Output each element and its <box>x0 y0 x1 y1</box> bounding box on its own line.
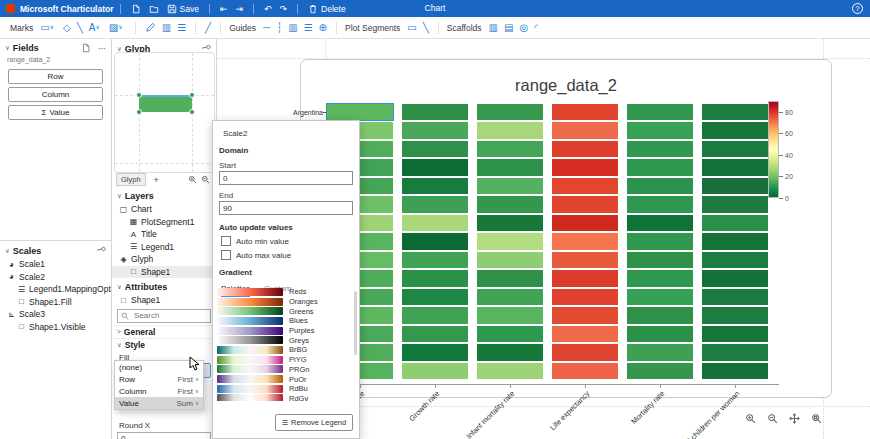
palette-row[interactable]: RdBu <box>217 384 353 394</box>
heatmap-cell[interactable] <box>702 141 768 158</box>
heatmap-cell[interactable] <box>477 326 543 343</box>
heatmap-cell[interactable] <box>702 289 768 306</box>
palette-row[interactable]: PRGn <box>217 365 353 375</box>
heatmap-cell[interactable] <box>627 363 693 380</box>
heatmap-cell[interactable] <box>477 344 543 361</box>
heatmap-cell[interactable] <box>702 344 768 361</box>
heatmap-cell[interactable] <box>402 252 468 269</box>
heatmap-cell[interactable] <box>552 215 618 232</box>
search-input[interactable] <box>132 310 207 321</box>
heatmap-cell[interactable] <box>477 215 543 232</box>
zoom-out-icon[interactable] <box>201 175 210 184</box>
auto-max-checkbox[interactable] <box>221 250 231 260</box>
remove-legend-button[interactable]: ☰ Remove Legend <box>275 414 353 431</box>
scales-item-scale3[interactable]: ⊾Scale3 <box>0 308 111 321</box>
delete-button[interactable]: Delete <box>308 4 346 14</box>
heatmap-cell[interactable] <box>627 196 693 213</box>
heatmap-cell[interactable] <box>477 307 543 324</box>
auto-min-checkbox[interactable] <box>221 236 231 246</box>
heatmap-cell[interactable] <box>402 141 468 158</box>
region-2d-button[interactable]: ▭ <box>407 22 416 33</box>
zoom-region-icon[interactable] <box>811 413 822 424</box>
palette-row[interactable]: Oranges <box>217 297 353 307</box>
redo-icon[interactable]: ↷ <box>280 4 288 14</box>
heatmap-cell[interactable] <box>627 104 693 121</box>
symbol-mark-button[interactable]: ◇ <box>63 22 71 33</box>
data-axis-button[interactable] <box>145 22 156 33</box>
heatmap-cell[interactable] <box>702 104 768 121</box>
palette-row[interactable]: PuOr <box>217 374 353 384</box>
heatmap-cell[interactable] <box>627 122 693 139</box>
palette-row[interactable]: Greens <box>217 306 353 316</box>
palette-row[interactable]: RdGy <box>217 394 353 401</box>
glyph-tab[interactable]: Glyph <box>116 173 146 186</box>
auto-max-row[interactable]: Auto max value <box>213 246 359 260</box>
domain-start-box[interactable] <box>219 171 353 185</box>
glyph-handle[interactable] <box>136 92 142 98</box>
heatmap-cell[interactable] <box>552 233 618 250</box>
attributes-panel-header[interactable]: ∨ Attributes <box>112 278 216 294</box>
chart-title[interactable]: range_data_2 <box>301 76 831 95</box>
heatmap-cell[interactable] <box>402 344 468 361</box>
heatmap-cell[interactable] <box>702 196 768 213</box>
heatmap-cell[interactable] <box>627 326 693 343</box>
zoom-in-icon[interactable] <box>188 175 197 184</box>
section-general[interactable]: >General <box>112 325 216 338</box>
heatmap-cell[interactable] <box>402 122 468 139</box>
heatmap-cell[interactable] <box>627 233 693 250</box>
section-style[interactable]: ∨Style <box>112 338 216 351</box>
heatmap-cell[interactable] <box>702 326 768 343</box>
heatmap-cell[interactable] <box>552 196 618 213</box>
heatmap-cell[interactable] <box>402 270 468 287</box>
field-value[interactable]: ΣValue <box>8 105 103 120</box>
save-button[interactable]: Save <box>167 4 199 14</box>
palette-row[interactable]: Greys <box>217 335 353 345</box>
aggregation-select[interactable]: Sum <box>177 399 193 408</box>
fields-panel-header[interactable]: ∨ Fields ··· <box>0 39 111 55</box>
zoom-out-icon[interactable] <box>767 413 778 424</box>
legend-button[interactable]: ☰ <box>177 22 186 33</box>
heatmap-cell[interactable] <box>402 215 468 232</box>
field-column[interactable]: Column <box>8 87 103 102</box>
heatmap-cell[interactable] <box>477 178 543 195</box>
scales-item-shape1-visible[interactable]: □Shape1.Visible <box>0 321 111 334</box>
round-x-input-box[interactable] <box>117 432 211 439</box>
image-mark-button[interactable]: ▨∨ <box>109 22 126 33</box>
heatmap-cell[interactable] <box>702 270 768 287</box>
layer-chart[interactable]: ▢Chart <box>112 203 216 216</box>
heatmap-cell[interactable] <box>627 289 693 306</box>
layer-glyph[interactable]: ◈Glyph <box>112 253 216 266</box>
scales-item-shape1-fill[interactable]: □Shape1.Fill <box>0 296 111 309</box>
heatmap-cell[interactable] <box>477 141 543 158</box>
heatmap-cell[interactable] <box>327 104 393 121</box>
guide-rows-button[interactable]: ☰ <box>304 22 313 33</box>
zoom-in-icon[interactable] <box>745 413 756 424</box>
guide-vertical-button[interactable]: ┆ <box>276 22 282 33</box>
fit-to-view-icon[interactable] <box>789 413 800 424</box>
aggregation-select[interactable]: First <box>177 375 193 384</box>
guide-horizontal-button[interactable]: ─ <box>263 22 270 33</box>
heatmap-cell[interactable] <box>477 196 543 213</box>
heatmap-cell[interactable] <box>402 196 468 213</box>
link-button[interactable]: ╱ <box>205 22 211 33</box>
layer-shape1[interactable]: □Shape1 <box>112 266 216 279</box>
glyph-handle[interactable] <box>189 109 195 115</box>
import-template-icon[interactable]: ⇤ <box>220 4 228 14</box>
heatmap-cell[interactable] <box>402 307 468 324</box>
heatmap-cell[interactable] <box>477 270 543 287</box>
guide-polar-button[interactable]: ⊕ <box>319 22 327 33</box>
palette-row[interactable]: Blues <box>217 316 353 326</box>
export-template-icon[interactable]: ⇥ <box>235 4 243 14</box>
heatmap-cell[interactable] <box>402 289 468 306</box>
scales-panel-header[interactable]: ∨ Scales <box>0 241 111 258</box>
fill-menu-value[interactable]: Value Sum∨ <box>115 397 203 409</box>
round-x-input[interactable] <box>118 433 210 439</box>
heatmap-cell[interactable] <box>627 252 693 269</box>
heatmap-cell[interactable] <box>552 289 618 306</box>
heatmap-cell[interactable] <box>402 104 468 121</box>
heatmap-cell[interactable] <box>627 178 693 195</box>
heatmap-cell[interactable] <box>702 363 768 380</box>
heatmap-cell[interactable] <box>627 270 693 287</box>
heatmap-cell[interactable] <box>477 252 543 269</box>
heatmap-cell[interactable] <box>552 141 618 158</box>
